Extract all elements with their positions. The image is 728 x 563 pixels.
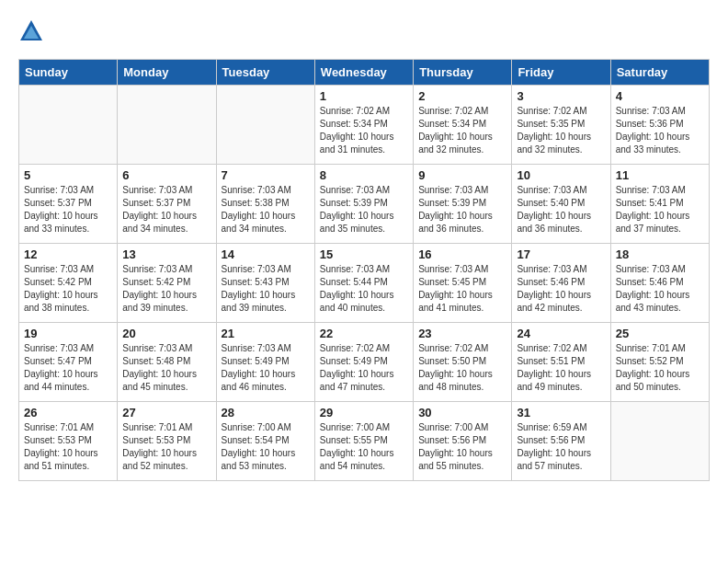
day-info: Sunrise: 7:03 AM Sunset: 5:44 PM Dayligh… [320, 263, 408, 315]
day-number: 11 [616, 168, 704, 182]
day-info: Sunrise: 7:02 AM Sunset: 5:35 PM Dayligh… [517, 105, 605, 156]
day-cell: 19Sunrise: 7:03 AM Sunset: 5:47 PM Dayli… [19, 323, 118, 402]
day-info: Sunrise: 7:02 AM Sunset: 5:50 PM Dayligh… [418, 342, 506, 394]
day-cell [118, 86, 216, 165]
day-cell: 21Sunrise: 7:03 AM Sunset: 5:49 PM Dayli… [216, 323, 314, 402]
page-header [18, 18, 710, 44]
day-number: 25 [616, 327, 704, 340]
day-header-thursday: Thursday [414, 60, 512, 86]
day-number: 22 [320, 327, 408, 340]
day-cell: 3Sunrise: 7:02 AM Sunset: 5:35 PM Daylig… [512, 86, 610, 165]
day-number: 4 [616, 89, 704, 103]
day-info: Sunrise: 7:00 AM Sunset: 5:54 PM Dayligh… [222, 421, 310, 473]
day-info: Sunrise: 7:01 AM Sunset: 5:53 PM Dayligh… [24, 421, 112, 473]
day-cell: 13Sunrise: 7:03 AM Sunset: 5:42 PM Dayli… [118, 244, 216, 323]
day-number: 13 [122, 247, 210, 261]
day-number: 16 [418, 247, 506, 261]
day-info: Sunrise: 7:03 AM Sunset: 5:37 PM Dayligh… [24, 184, 112, 236]
day-info: Sunrise: 7:03 AM Sunset: 5:38 PM Dayligh… [222, 184, 310, 236]
day-info: Sunrise: 7:03 AM Sunset: 5:46 PM Dayligh… [616, 263, 704, 315]
day-info: Sunrise: 7:03 AM Sunset: 5:43 PM Dayligh… [222, 263, 310, 315]
day-cell: 10Sunrise: 7:03 AM Sunset: 5:40 PM Dayli… [512, 165, 610, 244]
day-cell [19, 86, 118, 165]
day-number: 2 [418, 89, 506, 103]
day-header-friday: Friday [512, 60, 610, 86]
day-cell: 18Sunrise: 7:03 AM Sunset: 5:46 PM Dayli… [610, 244, 709, 323]
day-cell: 2Sunrise: 7:02 AM Sunset: 5:34 PM Daylig… [414, 86, 512, 165]
day-number: 7 [222, 168, 310, 182]
day-header-monday: Monday [118, 60, 216, 86]
day-info: Sunrise: 7:03 AM Sunset: 5:39 PM Dayligh… [320, 184, 408, 236]
day-number: 20 [122, 327, 210, 340]
day-number: 3 [517, 89, 605, 103]
day-cell: 26Sunrise: 7:01 AM Sunset: 5:53 PM Dayli… [19, 402, 118, 481]
day-info: Sunrise: 7:03 AM Sunset: 5:48 PM Dayligh… [122, 342, 210, 394]
day-cell: 6Sunrise: 7:03 AM Sunset: 5:37 PM Daylig… [118, 165, 216, 244]
day-cell: 31Sunrise: 6:59 AM Sunset: 5:56 PM Dayli… [512, 402, 610, 481]
day-info: Sunrise: 7:03 AM Sunset: 5:46 PM Dayligh… [517, 263, 605, 315]
day-header-sunday: Sunday [19, 60, 118, 86]
day-info: Sunrise: 7:01 AM Sunset: 5:52 PM Dayligh… [616, 342, 704, 394]
day-cell: 17Sunrise: 7:03 AM Sunset: 5:46 PM Dayli… [512, 244, 610, 323]
week-row-2: 5Sunrise: 7:03 AM Sunset: 5:37 PM Daylig… [19, 165, 710, 244]
day-info: Sunrise: 7:03 AM Sunset: 5:41 PM Dayligh… [616, 184, 704, 236]
day-number: 21 [222, 327, 310, 340]
day-number: 18 [616, 247, 704, 261]
day-number: 23 [418, 327, 506, 340]
logo [18, 18, 48, 44]
day-cell: 5Sunrise: 7:03 AM Sunset: 5:37 PM Daylig… [19, 165, 118, 244]
day-cell: 28Sunrise: 7:00 AM Sunset: 5:54 PM Dayli… [216, 402, 314, 481]
day-cell [610, 402, 709, 481]
day-cell: 12Sunrise: 7:03 AM Sunset: 5:42 PM Dayli… [19, 244, 118, 323]
day-info: Sunrise: 7:03 AM Sunset: 5:49 PM Dayligh… [222, 342, 310, 394]
calendar-header-row: SundayMondayTuesdayWednesdayThursdayFrid… [19, 60, 710, 86]
week-row-3: 12Sunrise: 7:03 AM Sunset: 5:42 PM Dayli… [19, 244, 710, 323]
day-cell: 29Sunrise: 7:00 AM Sunset: 5:55 PM Dayli… [314, 402, 413, 481]
logo-icon [18, 18, 44, 44]
day-number: 27 [122, 406, 210, 419]
calendar: SundayMondayTuesdayWednesdayThursdayFrid… [18, 59, 710, 481]
day-number: 10 [517, 168, 605, 182]
day-number: 15 [320, 247, 408, 261]
day-info: Sunrise: 7:02 AM Sunset: 5:34 PM Dayligh… [320, 105, 408, 156]
day-cell: 24Sunrise: 7:02 AM Sunset: 5:51 PM Dayli… [512, 323, 610, 402]
day-header-tuesday: Tuesday [216, 60, 314, 86]
day-cell: 1Sunrise: 7:02 AM Sunset: 5:34 PM Daylig… [314, 86, 413, 165]
day-number: 12 [24, 247, 112, 261]
day-info: Sunrise: 7:00 AM Sunset: 5:56 PM Dayligh… [418, 421, 506, 473]
day-number: 8 [320, 168, 408, 182]
day-number: 14 [222, 247, 310, 261]
day-info: Sunrise: 7:03 AM Sunset: 5:36 PM Dayligh… [616, 105, 704, 156]
day-number: 5 [24, 168, 112, 182]
day-number: 26 [24, 406, 112, 419]
day-number: 1 [320, 89, 408, 103]
week-row-5: 26Sunrise: 7:01 AM Sunset: 5:53 PM Dayli… [19, 402, 710, 481]
day-info: Sunrise: 7:02 AM Sunset: 5:34 PM Dayligh… [418, 105, 506, 156]
day-cell: 9Sunrise: 7:03 AM Sunset: 5:39 PM Daylig… [414, 165, 512, 244]
day-info: Sunrise: 7:03 AM Sunset: 5:37 PM Dayligh… [122, 184, 210, 236]
day-number: 6 [122, 168, 210, 182]
day-header-wednesday: Wednesday [314, 60, 413, 86]
day-info: Sunrise: 7:01 AM Sunset: 5:53 PM Dayligh… [122, 421, 210, 473]
day-number: 31 [517, 406, 605, 419]
day-number: 29 [320, 406, 408, 419]
day-info: Sunrise: 7:03 AM Sunset: 5:42 PM Dayligh… [122, 263, 210, 315]
day-info: Sunrise: 7:03 AM Sunset: 5:47 PM Dayligh… [24, 342, 112, 394]
day-cell: 11Sunrise: 7:03 AM Sunset: 5:41 PM Dayli… [610, 165, 709, 244]
day-cell: 25Sunrise: 7:01 AM Sunset: 5:52 PM Dayli… [610, 323, 709, 402]
day-cell: 22Sunrise: 7:02 AM Sunset: 5:49 PM Dayli… [314, 323, 413, 402]
day-info: Sunrise: 7:03 AM Sunset: 5:45 PM Dayligh… [418, 263, 506, 315]
day-cell: 20Sunrise: 7:03 AM Sunset: 5:48 PM Dayli… [118, 323, 216, 402]
day-number: 17 [517, 247, 605, 261]
week-row-1: 1Sunrise: 7:02 AM Sunset: 5:34 PM Daylig… [19, 86, 710, 165]
day-info: Sunrise: 7:03 AM Sunset: 5:39 PM Dayligh… [418, 184, 506, 236]
day-cell: 27Sunrise: 7:01 AM Sunset: 5:53 PM Dayli… [118, 402, 216, 481]
day-info: Sunrise: 7:00 AM Sunset: 5:55 PM Dayligh… [320, 421, 408, 473]
day-number: 9 [418, 168, 506, 182]
day-cell: 14Sunrise: 7:03 AM Sunset: 5:43 PM Dayli… [216, 244, 314, 323]
day-header-saturday: Saturday [610, 60, 709, 86]
week-row-4: 19Sunrise: 7:03 AM Sunset: 5:47 PM Dayli… [19, 323, 710, 402]
day-cell [216, 86, 314, 165]
day-number: 19 [24, 327, 112, 340]
day-cell: 15Sunrise: 7:03 AM Sunset: 5:44 PM Dayli… [314, 244, 413, 323]
